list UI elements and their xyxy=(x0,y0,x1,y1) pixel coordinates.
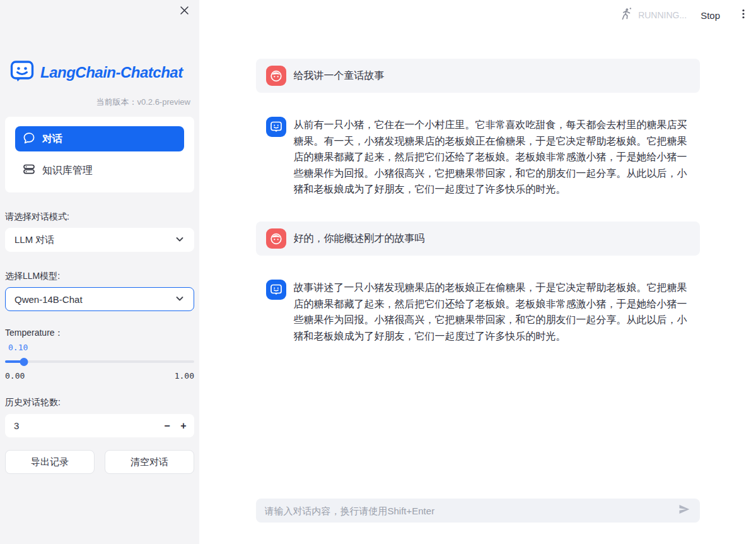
chatchat-logo-icon xyxy=(9,59,35,86)
status-bar: RUNNING... Stop xyxy=(199,0,756,30)
kebab-menu-icon xyxy=(738,8,749,22)
sidebar-header xyxy=(0,0,199,23)
assistant-avatar xyxy=(266,117,286,137)
user-message: 好的，你能概述刚才的故事吗 xyxy=(256,222,700,256)
running-status: RUNNING... xyxy=(638,10,687,20)
send-button[interactable] xyxy=(676,502,692,519)
send-icon xyxy=(678,503,690,518)
temperature-slider[interactable] xyxy=(5,357,194,366)
app-logo: LangChain-Chatchat xyxy=(0,59,199,86)
dialog-mode-select[interactable]: LLM 对话 xyxy=(5,228,194,252)
dialog-mode-label: 请选择对话模式: xyxy=(5,211,194,223)
llm-model-label: 选择LLM模型: xyxy=(5,271,194,282)
message-text: 故事讲述了一只小猪发现糖果店的老板娘正在偷糖果，于是它决定帮助老板娘。它把糖果店… xyxy=(294,280,695,344)
assistant-message: 从前有一只小猪，它住在一个小村庄里。它非常喜欢吃甜食，每天都会去村里的糖果店买糖… xyxy=(256,110,700,204)
running-man-icon xyxy=(619,7,633,23)
llm-model-value: Qwen-14B-Chat xyxy=(15,294,83,305)
close-sidebar-button[interactable] xyxy=(177,4,191,18)
message-text: 从前有一只小猪，它住在一个小村庄里。它非常喜欢吃甜食，每天都会去村里的糖果店买糖… xyxy=(294,117,695,198)
chevron-down-icon xyxy=(175,293,185,305)
assistant-avatar xyxy=(266,280,286,300)
server-icon xyxy=(23,163,35,178)
slider-range: 0.00 1.00 xyxy=(5,371,194,381)
export-history-button[interactable]: 导出记录 xyxy=(5,450,95,474)
chat-bubble-icon xyxy=(23,131,35,146)
chat-column: 给我讲一个童话故事 从前有一只小猪，它住在一个小村庄里。它非常喜欢吃甜食，每天都… xyxy=(256,30,700,499)
close-icon xyxy=(180,6,189,18)
chat-input-row xyxy=(199,499,756,523)
decrement-button[interactable]: − xyxy=(159,415,175,436)
history-rounds-field[interactable] xyxy=(5,420,159,431)
menu-item-label: 知识库管理 xyxy=(42,164,93,177)
history-rounds-label: 历史对话轮数: xyxy=(5,397,194,408)
app-title: LangChain-Chatchat xyxy=(40,64,183,81)
message-text: 好的，你能概述刚才的故事吗 xyxy=(294,230,425,247)
menu-item-knowledge-base[interactable]: 知识库管理 xyxy=(15,158,184,183)
temperature-label: Temperature： xyxy=(5,328,194,339)
slider-max: 1.00 xyxy=(175,371,194,381)
clear-dialogue-button[interactable]: 清空对话 xyxy=(105,450,194,474)
dialog-mode-value: LLM 对话 xyxy=(15,234,54,246)
menu-item-label: 对话 xyxy=(42,133,62,146)
sidebar-actions: 导出记录 清空对话 xyxy=(5,450,194,474)
user-avatar xyxy=(266,228,286,249)
message-text: 给我讲一个童话故事 xyxy=(294,68,385,84)
version-value: v0.2.6-preview xyxy=(137,97,190,107)
chat-input-container xyxy=(256,499,700,523)
chevron-down-icon xyxy=(175,234,185,246)
temperature-value: 0.10 xyxy=(8,343,199,352)
user-message: 给我讲一个童话故事 xyxy=(256,59,700,93)
user-avatar xyxy=(266,66,286,86)
version-label: 当前版本： xyxy=(96,97,137,107)
slider-track[interactable] xyxy=(5,360,194,363)
stop-button[interactable]: Stop xyxy=(701,10,720,21)
chat-area: 给我讲一个童话故事 从前有一只小猪，它住在一个小村庄里。它非常喜欢吃甜食，每天都… xyxy=(199,30,756,499)
slider-min: 0.00 xyxy=(5,371,25,381)
history-rounds-input: − + xyxy=(5,414,194,437)
nav-menu-card: 对话 知识库管理 xyxy=(5,117,194,192)
increment-button[interactable]: + xyxy=(175,415,192,436)
sidebar: LangChain-Chatchat 当前版本：v0.2.6-preview 对… xyxy=(0,0,199,544)
slider-thumb[interactable] xyxy=(20,358,28,366)
llm-model-select[interactable]: Qwen-14B-Chat xyxy=(5,287,194,311)
assistant-message: 故事讲述了一只小猪发现糖果店的老板娘正在偷糖果，于是它决定帮助老板娘。它把糖果店… xyxy=(256,273,700,350)
menu-item-dialogue[interactable]: 对话 xyxy=(15,126,184,151)
version-info: 当前版本：v0.2.6-preview xyxy=(0,97,199,108)
main-menu-button[interactable] xyxy=(736,8,750,22)
chat-input[interactable] xyxy=(265,506,676,516)
